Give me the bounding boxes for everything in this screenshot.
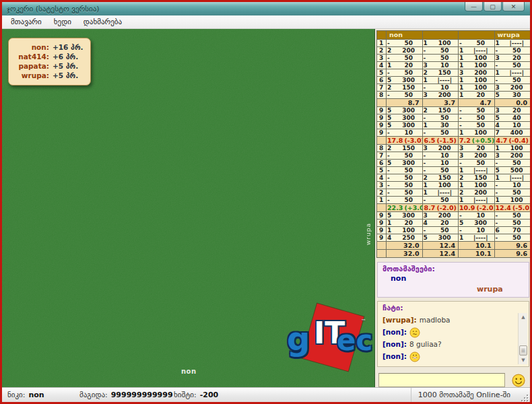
maximize-button[interactable]: ▢ xyxy=(484,2,502,11)
chat-scrollbar[interactable]: ▲ ☰ ▼ xyxy=(518,313,527,364)
score-cell: 1|----| xyxy=(459,47,495,55)
score-cell: -10 xyxy=(422,152,459,160)
chat-message: [wrupa]:madloba xyxy=(383,314,524,326)
score-cell: -50 xyxy=(494,62,531,69)
score-cell: 310 xyxy=(422,62,459,69)
score-cell: -10 xyxy=(459,212,495,220)
subtotal-cell: 8.7(-2.0) xyxy=(422,204,459,212)
round-number-cell: 5 xyxy=(377,167,387,174)
status-khishti-label: ხიშტი: xyxy=(174,391,197,399)
score-cell: 2150 xyxy=(422,69,459,77)
chat-panel: ჩატი: [wrupa]:madloba[non]:[non]:8 gulia… xyxy=(377,301,529,367)
score-cell: 1100 xyxy=(422,40,459,47)
score-cell: 3200 xyxy=(422,212,459,220)
status-table-value: 999999999999 xyxy=(111,391,173,399)
round-number-cell: 7 xyxy=(377,84,387,92)
round-number-cell: 1 xyxy=(377,197,387,204)
close-button[interactable]: ✕ xyxy=(502,2,525,11)
chat-nick: [wrupa]: xyxy=(383,314,417,326)
score-cell: -10 xyxy=(422,160,459,167)
subtotal-cell: 4.7 xyxy=(459,99,495,107)
score-cell: 3200 xyxy=(494,84,531,92)
score-cell: 5300 xyxy=(459,220,495,227)
logo-trademark: ™ xyxy=(361,318,366,325)
resize-grip[interactable] xyxy=(520,393,529,402)
window-title: ჯოკერი (სატესტო ვერსია) xyxy=(2,5,100,13)
player-list-item-non[interactable]: non xyxy=(391,273,524,284)
total-cell: 9.6 xyxy=(494,250,531,258)
menu-item-2[interactable]: დახმარება xyxy=(77,16,128,28)
scroll-down-icon[interactable]: ▼ xyxy=(519,356,528,364)
total-cell: 10.1 xyxy=(459,250,495,258)
score-cell: -50 xyxy=(494,220,531,227)
scoreboard-header-cell: wrupa xyxy=(494,31,531,40)
score-cell: 5300 xyxy=(387,212,423,220)
player-list-item-wrupa[interactable]: wrupa xyxy=(477,284,524,295)
players-panel-title: მოთამაშეები: xyxy=(383,265,524,273)
chat-input[interactable] xyxy=(378,373,505,387)
emoji-button[interactable] xyxy=(512,374,525,387)
score-cell: -50 xyxy=(387,152,423,160)
round-number-cell: 1 xyxy=(377,40,387,47)
score-summary-box: non:+16 პრ.nat414:+6 პრ.papata:+5 პრ.wru… xyxy=(8,38,91,86)
score-cell: 2150 xyxy=(422,107,459,114)
chat-panel-title: ჩატი: xyxy=(383,304,524,312)
scoreboard-row: 3-50-501100320 xyxy=(377,55,531,62)
total-cell: 32.0 xyxy=(387,242,423,250)
score-cell: 1100 xyxy=(459,182,495,189)
score-cell: 420 xyxy=(422,220,459,227)
status-online: 1000 მოთამაშე Online-ში xyxy=(411,388,520,402)
maximize-icon: ▢ xyxy=(490,3,496,10)
scroll-up-icon[interactable]: ▲ xyxy=(519,313,528,321)
score-cell: 1100 xyxy=(459,77,495,84)
chat-message: [non]: xyxy=(383,326,524,338)
round-number-cell: 9 xyxy=(377,129,387,137)
score-summary-value: +5 პრ. xyxy=(53,71,84,80)
total-cell: 10.1 xyxy=(459,242,495,250)
scoreboard-subtotal-row: 8.73.74.70.0 xyxy=(377,99,531,107)
round-number-cell: 3 xyxy=(377,55,387,62)
score-cell: 1100 xyxy=(459,55,495,62)
scroll-thumb[interactable]: ☰ xyxy=(519,345,527,356)
scoreboard-row: 8215032003201100 xyxy=(377,145,531,152)
score-cell: 1|----| xyxy=(459,234,495,242)
minimize-button[interactable]: — xyxy=(465,2,483,11)
menu-item-1[interactable]: ხედი xyxy=(48,16,77,28)
menu-item-0[interactable]: მთავარი xyxy=(5,16,48,28)
total-cell: 12.4 xyxy=(422,250,459,258)
scoreboard-row: 41203101100-50 xyxy=(377,62,531,69)
main-area: non:+16 პრ.nat414:+6 პრ.papata:+5 პრ.wru… xyxy=(2,29,530,387)
scoreboard-row: 7-50-1032003200 xyxy=(377,152,531,160)
score-cell: 5300 xyxy=(422,234,459,242)
score-cell: 2150 xyxy=(459,174,495,182)
score-cell: 2200 xyxy=(459,189,495,197)
score-cell: 1100 xyxy=(422,182,459,189)
score-cell: -50 xyxy=(387,189,423,197)
score-cell: 1|----| xyxy=(494,69,531,77)
score-cell: -10 xyxy=(387,129,423,137)
scoreboard-subtotal-row: 17.8(-3.0)6.5(-1.5)7.2(+0.5)4.7(-0.4) xyxy=(377,137,531,145)
score-cell: -50 xyxy=(387,197,423,204)
score-cell: -50 xyxy=(494,47,531,55)
player-label-right: wrupa xyxy=(365,223,372,245)
round-number-cell xyxy=(377,137,387,145)
score-cell: 1|----| xyxy=(459,197,495,204)
score-cell: 530 xyxy=(494,92,531,99)
round-number-cell xyxy=(377,250,387,258)
score-cell: -50 xyxy=(387,182,423,189)
scoreboard-row: 91100-50-10670 xyxy=(377,227,531,234)
side-panel: nonwrupa1-501100-501|----|22200-501|----… xyxy=(375,29,531,387)
scoreboard-total-row: 32.012.410.19.6 xyxy=(377,242,531,250)
subtotal-cell: 10.9(-2.0) xyxy=(459,204,495,212)
score-cell: 1100 xyxy=(494,197,531,204)
scoreboard-header-cell xyxy=(422,31,459,40)
score-summary-name: wrupa: xyxy=(14,71,49,80)
score-summary-name: non: xyxy=(14,42,49,52)
logo-letter-g: g xyxy=(287,320,310,358)
smirk-emoji xyxy=(409,327,420,338)
subtotal-cell: 0.0 xyxy=(494,99,531,107)
scoreboard-row: 4-50215021501|----| xyxy=(377,174,531,182)
menubar: მთავარიხედიდახმარება xyxy=(2,15,530,29)
score-cell: 1|----| xyxy=(422,77,459,84)
scoreboard-row: 91204205300-50 xyxy=(377,220,531,227)
